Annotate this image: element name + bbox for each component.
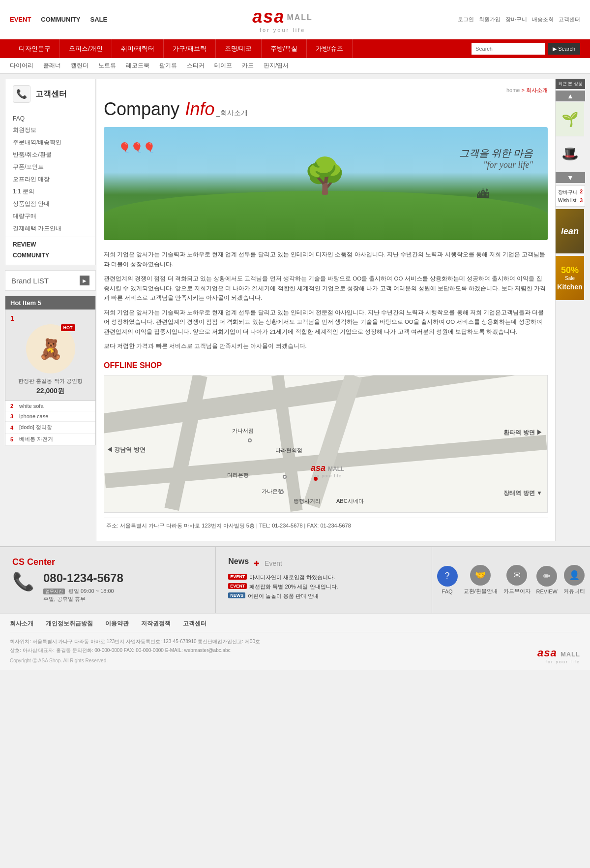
- hot-item-first: 1 🧸 HOT 한정판 홈길동 짝가 공인형 22,000원: [5, 310, 95, 401]
- top-nav-left: EVENT COMMUNITY SALE: [10, 16, 107, 23]
- footer-nav-about[interactable]: 회사소개: [10, 620, 33, 628]
- map-label-5: 뱅행사거리: [294, 497, 321, 505]
- shop-label: SHOP: [140, 361, 162, 370]
- sidebar-review[interactable]: REVIEW: [5, 239, 95, 250]
- hot-item-header: Hot Item 5: [5, 296, 95, 310]
- copyright: Copyright ⓒ ASA Shop. All Rights Reserve…: [10, 657, 260, 664]
- nav-furniture[interactable]: 가구/패브릭: [164, 39, 216, 58]
- sidebar-member[interactable]: 회원정보: [5, 124, 95, 136]
- footer-nav-privacy[interactable]: 개인정보취급방침: [46, 620, 93, 628]
- recent-item-1[interactable]: 🌱: [556, 102, 584, 137]
- sale-percentage: 50%: [561, 265, 579, 276]
- cs-phone: 080-1234-5678: [43, 571, 123, 585]
- nav-signup[interactable]: 회원가입: [479, 16, 501, 23]
- sidebar-header: 📞 고객센터: [5, 79, 95, 109]
- sidebar-faq[interactable]: FAQ: [5, 113, 95, 124]
- top-bar: EVENT COMMUNITY SALE asaMALL for your li…: [0, 0, 590, 39]
- subnav-falki[interactable]: 팔기류: [159, 62, 177, 70]
- footer-icon-review[interactable]: ✏ REVIEW: [536, 566, 558, 594]
- news-badge-1: EVENT: [228, 574, 247, 580]
- nav-bag[interactable]: 가방/슈즈: [307, 39, 353, 58]
- search-button[interactable]: ▶ Search: [548, 43, 580, 55]
- scroll-down-button[interactable]: ▼: [556, 172, 585, 183]
- nav-cart[interactable]: 장바구니: [505, 16, 527, 23]
- footer-nav-cs[interactable]: 고객센터: [183, 620, 206, 628]
- recent-item-2[interactable]: 🎩: [556, 137, 584, 171]
- nav-kitchen[interactable]: 주방/욕실: [262, 39, 307, 58]
- list-item[interactable]: 2white sofa: [5, 401, 95, 411]
- nav-design[interactable]: 디자인문구: [10, 39, 60, 58]
- red-nav: 디자인문구 오피스/개인 취미/캐릭터 가구/패브릭 조명/데코 주방/욕실 가…: [0, 39, 590, 58]
- subnav-diary[interactable]: 다이어리: [10, 62, 33, 70]
- scroll-up-button[interactable]: ▲: [556, 91, 585, 101]
- cs-center-section: CS Center 📞 080-1234-5678 업무시간 평일 09:00 …: [0, 547, 216, 613]
- cart-label: 장바구니: [558, 189, 578, 196]
- list-rank: 4: [10, 425, 15, 431]
- footer-nav-copyright[interactable]: 저작권정책: [141, 620, 171, 628]
- subnav-panji[interactable]: 판지/엽서: [264, 62, 289, 70]
- sidebar-payment[interactable]: 결제혜택 카드안내: [5, 222, 95, 235]
- sidebar-listing[interactable]: 상품입점 안내: [5, 198, 95, 210]
- sidebar-offline[interactable]: 오프라인 매장: [5, 173, 95, 186]
- nav-office[interactable]: 오피스/개인: [60, 39, 112, 58]
- faq-icon: ?: [437, 566, 458, 587]
- nav-login[interactable]: 로그인: [458, 16, 474, 23]
- footer-nav-terms[interactable]: 이용약관: [105, 620, 129, 628]
- cs-title: CS Center: [12, 557, 203, 567]
- right-sidebar: 최근 본 상품 ▲ 🌱 🎩 ▼ 장바구니 2 Wish list 3 lean: [556, 79, 585, 541]
- event-title: Event: [265, 559, 282, 567]
- news-text-3: 어린이 놀놀이 용품 판매 안내: [248, 592, 319, 600]
- nav-hobby[interactable]: 취미/캐릭터: [112, 39, 164, 58]
- sidebar-coupon[interactable]: 쿠폰/포인트: [5, 161, 95, 173]
- footer-cs: CS Center 📞 080-1234-5678 업무시간 평일 09:00 …: [0, 546, 590, 613]
- nav-delivery[interactable]: 배송조회: [532, 16, 554, 23]
- exchange-label: 교환/환불안내: [464, 588, 498, 595]
- news-title: News: [228, 557, 249, 566]
- subnav-record[interactable]: 레코드북: [126, 62, 149, 70]
- search-input[interactable]: [472, 43, 545, 55]
- logo-area: asaMALL for your life: [252, 6, 313, 33]
- ad-banner-sale[interactable]: 50% Sale Kitchen: [556, 256, 584, 300]
- list-rank: 2: [10, 403, 15, 409]
- map-circle-1: [248, 438, 252, 442]
- nav-lighting[interactable]: 조명/데코: [216, 39, 262, 58]
- subnav-sticker[interactable]: 스티커: [187, 62, 205, 70]
- banner-text-area: 그객을 위한 마음 "for your life": [459, 147, 533, 170]
- nav-community[interactable]: COMMUNITY: [41, 16, 80, 23]
- sidebar-return[interactable]: 반품/취소/환불: [5, 149, 95, 161]
- sidebar-order[interactable]: 주문내역/배송확인: [5, 136, 95, 149]
- list-item[interactable]: 3iphone case: [5, 411, 95, 422]
- sidebar-bulk[interactable]: 대량구매: [5, 210, 95, 222]
- subnav-planner[interactable]: 플래너: [43, 62, 61, 70]
- subnav-card[interactable]: 카드: [242, 62, 254, 70]
- sidebar-inquiry[interactable]: 1:1 문의: [5, 186, 95, 198]
- subnav-tape[interactable]: 테이프: [214, 62, 232, 70]
- list-item[interactable]: 4[dodo] 정리함: [5, 422, 95, 434]
- ad-banner-lean[interactable]: lean: [556, 209, 584, 253]
- footer-icon-card[interactable]: ✉ 카드무이자: [503, 565, 531, 595]
- nav-cs[interactable]: 고객센터: [559, 16, 580, 23]
- footer-icon-community[interactable]: 👤 커뮤니티: [563, 565, 585, 595]
- list-item[interactable]: 5베네통 자전거: [5, 434, 95, 445]
- list-name: white sofa: [19, 403, 44, 409]
- cs-title-cs: CS: [12, 557, 25, 567]
- breadcrumb-home[interactable]: home: [506, 87, 520, 93]
- footer-info-2: 상호: 아사샵 대표자: 홍길동 문의전화: 00-000-0000 FAX: …: [10, 646, 260, 655]
- subnav-calendar[interactable]: 캘린더: [71, 62, 88, 70]
- map-circle-2: [283, 475, 287, 479]
- sidebar-community[interactable]: COMMUNITY: [5, 250, 95, 261]
- sidebar-menu: FAQ 회원정보 주문내역/배송확인 반품/취소/환불 쿠폰/포인트 오프라인 …: [5, 109, 95, 265]
- company-para1: 저희 기업은 앞서가는 기술력과 노하우로 현재 업계 선두를 달리고 있는 인…: [104, 250, 548, 269]
- subnav-note[interactable]: 노트류: [98, 62, 116, 70]
- footer-icon-exchange[interactable]: 🤝 교환/환불안내: [464, 565, 498, 595]
- footer-icon-faq[interactable]: ? FAQ: [437, 566, 458, 594]
- main-layout: 📞 고객센터 FAQ 회원정보 주문내역/배송확인 반품/취소/환불 쿠폰/포인…: [0, 74, 590, 546]
- company-title-kr: _회사소개: [216, 109, 248, 117]
- nav-sale[interactable]: SALE: [90, 16, 108, 23]
- nav-event[interactable]: EVENT: [10, 16, 31, 23]
- card-icon: ✉: [506, 565, 527, 586]
- hot-item-name: 한정판 홈길동 짝가 공인형: [10, 377, 90, 385]
- sidebar-section-cs: 📞 고객센터 FAQ 회원정보 주문내역/배송확인 반품/취소/환불 쿠폰/포인…: [5, 79, 96, 265]
- brand-list-button[interactable]: ▶: [80, 276, 89, 285]
- map-asa-logo: asa MALL for your life: [311, 463, 344, 478]
